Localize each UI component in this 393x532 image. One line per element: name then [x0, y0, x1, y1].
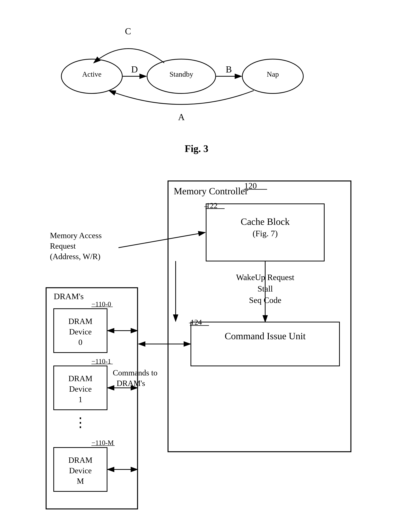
svg-text:⋮: ⋮	[74, 415, 87, 430]
svg-text:124: 124	[191, 318, 202, 326]
svg-text:DRAM: DRAM	[68, 317, 92, 326]
svg-text:Device: Device	[69, 327, 92, 336]
svg-text:B: B	[226, 64, 232, 74]
svg-text:Commands to: Commands to	[113, 368, 157, 377]
svg-text:Standby: Standby	[169, 70, 193, 78]
svg-text:Command Issue Unit: Command Issue Unit	[225, 331, 305, 341]
svg-rect-37	[191, 322, 339, 366]
svg-text:DRAM: DRAM	[68, 456, 92, 465]
svg-text:DRAM: DRAM	[68, 374, 92, 383]
fig3-caption: Fig. 3	[19, 143, 374, 154]
svg-text:Device: Device	[69, 466, 92, 475]
fig4-diagram: Memory Controller 120 Cache Block (Fig. …	[19, 173, 374, 532]
svg-text:DRAM's: DRAM's	[117, 379, 145, 388]
svg-text:C: C	[125, 26, 131, 36]
svg-text:Memory Access: Memory Access	[50, 231, 102, 240]
page: Active Standby Nap D B C A	[0, 0, 393, 532]
svg-text:(Fig. 7): (Fig. 7)	[253, 229, 278, 238]
svg-text:(Address, W/R): (Address, W/R)	[50, 252, 100, 261]
svg-text:1: 1	[78, 395, 82, 404]
svg-text:M: M	[77, 477, 84, 486]
svg-text:Request: Request	[50, 242, 76, 250]
svg-text:A: A	[178, 112, 185, 122]
svg-text:0: 0	[78, 338, 82, 347]
svg-text:Active: Active	[82, 70, 101, 78]
svg-text:Nap: Nap	[267, 70, 279, 78]
svg-text:DRAM's: DRAM's	[54, 292, 84, 301]
svg-text:Device: Device	[69, 385, 92, 393]
svg-text:Memory Controller: Memory Controller	[174, 186, 248, 196]
svg-text:D: D	[131, 64, 138, 74]
fig3-diagram: Active Standby Nap D B C A	[19, 23, 374, 141]
svg-text:Cache Block: Cache Block	[241, 216, 290, 227]
